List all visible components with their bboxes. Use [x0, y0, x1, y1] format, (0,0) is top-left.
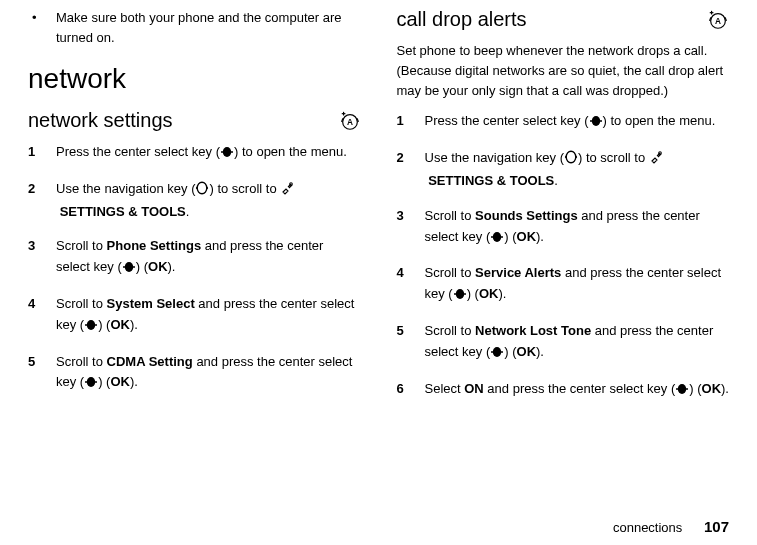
svg-point-25 [590, 120, 592, 122]
a-badge-icon: A [339, 110, 361, 132]
step: 4Scroll to System Select and press the c… [28, 294, 361, 338]
step-text: Scroll to Network Lost Tone and press th… [425, 321, 730, 365]
menu-item-label: ON [464, 381, 484, 396]
svg-point-5 [221, 151, 223, 153]
menu-item-label: Phone Settings [107, 238, 202, 253]
navigation-key-icon [195, 181, 209, 202]
ok-label: OK [110, 317, 130, 332]
svg-point-15 [85, 324, 87, 326]
step-number: 1 [397, 111, 425, 134]
menu-item-label: Service Alerts [475, 265, 561, 280]
svg-point-39 [501, 351, 503, 353]
step: 3Scroll to Phone Settings and press the … [28, 236, 361, 280]
svg-point-7 [198, 182, 208, 194]
step-text: Select ON and press the center select ke… [425, 379, 730, 402]
svg-point-35 [454, 293, 456, 295]
svg-point-8 [196, 187, 198, 189]
subheading-call-drop-alerts: call drop alerts [397, 8, 527, 31]
intro-paragraph: Set phone to beep whenever the network d… [397, 41, 730, 101]
step: 1Press the center select key () to open … [28, 142, 361, 165]
center-select-key-icon [84, 317, 98, 338]
page-number: 107 [704, 518, 729, 535]
center-select-key-icon [589, 113, 603, 134]
svg-point-34 [455, 289, 463, 299]
step: 6Select ON and press the center select k… [397, 379, 730, 402]
step: 5Scroll to Network Lost Tone and press t… [397, 321, 730, 365]
center-select-key-icon [122, 259, 136, 280]
svg-point-14 [87, 320, 95, 330]
step-number: 4 [397, 263, 425, 307]
svg-point-4 [223, 147, 231, 157]
menu-item-label: Sounds Settings [475, 208, 578, 223]
center-select-key-icon [490, 344, 504, 365]
step: 1Press the center select key () to open … [397, 111, 730, 134]
svg-point-28 [565, 156, 567, 158]
step-text: Use the navigation key () to scroll to S… [56, 179, 361, 223]
step-number: 5 [397, 321, 425, 365]
section-heading-network: network [28, 63, 361, 95]
right-column: call drop alerts A Set phone to beep whe… [397, 8, 730, 415]
step-number: 5 [28, 352, 56, 396]
step-number: 3 [28, 236, 56, 280]
svg-point-19 [95, 381, 97, 383]
svg-point-31 [493, 232, 501, 242]
subheading-network-settings: network settings [28, 109, 173, 132]
page-footer: connections 107 [613, 518, 729, 535]
svg-point-26 [600, 120, 602, 122]
step-number: 3 [397, 206, 425, 250]
svg-point-17 [87, 377, 95, 387]
step-number: 2 [397, 148, 425, 192]
menu-item-label: Network Lost Tone [475, 323, 591, 338]
a-badge-icon: A [707, 9, 729, 31]
bullet-item: • Make sure both your phone and the comp… [28, 8, 361, 47]
step-number: 1 [28, 142, 56, 165]
step: 3Scroll to Sounds Settings and press the… [397, 206, 730, 250]
svg-point-18 [85, 381, 87, 383]
ok-label: OK [517, 344, 537, 359]
svg-point-27 [566, 151, 576, 163]
ok-label: OK [110, 374, 130, 389]
menu-item-label: SETTINGS & TOOLS [428, 173, 554, 188]
svg-point-42 [686, 388, 688, 390]
svg-point-13 [133, 266, 135, 268]
navigation-key-icon [564, 150, 578, 171]
step-number: 2 [28, 179, 56, 223]
left-column: • Make sure both your phone and the comp… [28, 8, 361, 415]
menu-item-label: System Select [107, 296, 195, 311]
svg-point-29 [575, 156, 577, 158]
ok-label: OK [148, 259, 168, 274]
ok-label: OK [702, 381, 722, 396]
bullet-text: Make sure both your phone and the comput… [56, 8, 361, 47]
step-number: 6 [397, 379, 425, 402]
svg-point-9 [207, 187, 209, 189]
svg-text:A: A [347, 118, 353, 127]
step-text: Scroll to Sounds Settings and press the … [425, 206, 730, 250]
settings-tools-icon [280, 181, 294, 202]
bullet-dot: • [28, 8, 56, 47]
center-select-key-icon [453, 286, 467, 307]
svg-point-36 [464, 293, 466, 295]
ok-label: OK [479, 286, 499, 301]
svg-point-6 [231, 151, 233, 153]
center-select-key-icon [84, 374, 98, 395]
center-select-key-icon [490, 229, 504, 250]
step: 2Use the navigation key () to scroll to … [397, 148, 730, 192]
step-text: Scroll to CDMA Setting and press the cen… [56, 352, 361, 396]
step: 2Use the navigation key () to scroll to … [28, 179, 361, 223]
step-text: Scroll to Phone Settings and press the c… [56, 236, 361, 280]
svg-point-12 [123, 266, 125, 268]
svg-point-24 [591, 116, 599, 126]
step-text: Press the center select key () to open t… [425, 111, 730, 134]
svg-text:A: A [715, 17, 721, 26]
svg-point-40 [678, 384, 686, 394]
step-text: Scroll to System Select and press the ce… [56, 294, 361, 338]
step-text: Press the center select key () to open t… [56, 142, 361, 165]
svg-point-11 [125, 262, 133, 272]
svg-point-33 [501, 236, 503, 238]
step-number: 4 [28, 294, 56, 338]
step: 5Scroll to CDMA Setting and press the ce… [28, 352, 361, 396]
menu-item-label: CDMA Setting [107, 354, 193, 369]
svg-point-41 [676, 388, 678, 390]
svg-point-16 [95, 324, 97, 326]
menu-item-label: SETTINGS & TOOLS [60, 204, 186, 219]
